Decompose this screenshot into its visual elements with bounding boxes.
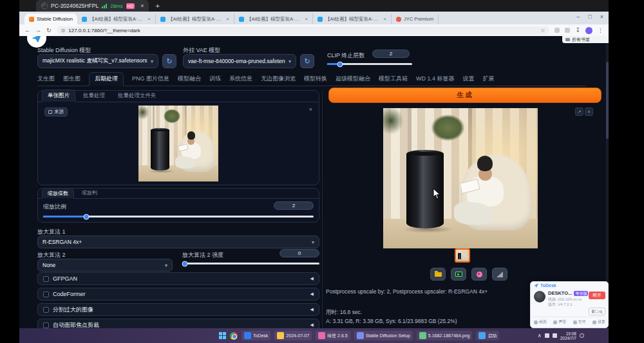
- generate-button[interactable]: 生成: [328, 88, 601, 103]
- file-option[interactable]: 文件: [573, 319, 586, 325]
- expand-result-button[interactable]: ↗: [575, 107, 583, 116]
- tab-train[interactable]: 训练: [209, 75, 221, 86]
- slider-thumb[interactable]: [182, 261, 188, 266]
- tab-close-icon[interactable]: ×: [147, 16, 151, 22]
- taskbar-item-launch[interactable]: 启动: [476, 331, 499, 340]
- checkbox[interactable]: [43, 322, 49, 328]
- tab-close-icon[interactable]: ×: [226, 16, 229, 22]
- taskbar-item-png-file[interactable]: 5.1682-1867464.png: [417, 331, 473, 340]
- bookmarks-shortcut[interactable]: 所有书签: [562, 36, 609, 43]
- collapse-icon[interactable]: ◀: [310, 276, 314, 281]
- tab-settings[interactable]: 设置: [463, 75, 475, 86]
- upscaler2-strength-value[interactable]: 0: [279, 249, 319, 257]
- taskbar-clock[interactable]: 19:08 2024/7/7: [560, 331, 576, 340]
- collapse-icon[interactable]: ◀: [310, 307, 314, 312]
- new-session-button[interactable]: +: [155, 2, 159, 10]
- chrome-taskbar-icon[interactable]: [230, 332, 238, 340]
- tab-model-convert[interactable]: 模型转换: [304, 75, 327, 86]
- site-info-icon[interactable]: ⊙: [61, 28, 66, 33]
- tab-system-info[interactable]: 系统信息: [229, 75, 252, 86]
- notification-bell-icon[interactable]: [580, 333, 584, 338]
- settings-option[interactable]: 设置: [592, 319, 605, 325]
- address-bar[interactable]: ⊙ 127.0.0.1:7860/?__theme=dark ☆: [57, 26, 550, 35]
- clip-skip-slider[interactable]: [327, 63, 412, 65]
- checkbox[interactable]: [43, 292, 49, 297]
- profile-avatar[interactable]: [585, 27, 592, 34]
- tab-checkpoint-merger[interactable]: 模型融合: [178, 75, 201, 86]
- checkbox[interactable]: [43, 307, 49, 313]
- accordion-codeformer[interactable]: CodeFormer ◀: [37, 288, 319, 301]
- source-image[interactable]: [138, 106, 218, 181]
- save-zip-button[interactable]: [471, 268, 487, 281]
- slider-thumb[interactable]: [337, 61, 343, 67]
- tab-extensions[interactable]: 扩展: [483, 75, 495, 86]
- upscaler1-select[interactable]: R-ESRGAN 4x+ ▾: [37, 236, 319, 248]
- screen-option[interactable]: 画面: [534, 319, 547, 325]
- disconnect-button[interactable]: 断开: [589, 292, 605, 299]
- tab-close-icon[interactable]: ×: [383, 16, 386, 22]
- browser-tab[interactable]: 【AI绘画】模型安装A·小图区 - 哔哩哔哩 ×: [156, 14, 234, 24]
- close-result-button[interactable]: ×: [585, 107, 593, 116]
- clear-image-icon[interactable]: ×: [309, 106, 312, 113]
- clip-skip-value[interactable]: 2: [372, 50, 410, 58]
- bookmark-star-icon[interactable]: ☆: [540, 28, 545, 33]
- tab-txt2img[interactable]: 文生图: [37, 75, 55, 86]
- close-button[interactable]: ×: [600, 14, 603, 20]
- scrollbar-thumb[interactable]: [606, 62, 609, 139]
- maximize-button[interactable]: □: [588, 14, 591, 20]
- browser-tab[interactable]: 【AI绘画】模型安装A·小图区 - 哔哩哔哩 ×: [313, 14, 392, 24]
- accordion-auto-focal-crop[interactable]: 自动面部焦点剪裁 ◀: [37, 319, 319, 328]
- windowed-mode-button[interactable]: 窗口化: [589, 308, 605, 315]
- tab-close-icon[interactable]: ×: [305, 16, 308, 22]
- subtab-batch-process[interactable]: 批量处理: [78, 90, 110, 102]
- tab-super-merger[interactable]: 超级模型融合: [336, 75, 370, 86]
- upscaler2-select[interactable]: None ▾: [37, 259, 173, 272]
- start-button[interactable]: [219, 332, 226, 339]
- back-icon[interactable]: ←: [24, 27, 30, 33]
- collapse-icon[interactable]: ◀: [310, 322, 314, 328]
- tray-icon[interactable]: [545, 333, 549, 338]
- checkbox[interactable]: [43, 276, 49, 282]
- browser-tab[interactable]: JYC Premium: [392, 14, 439, 24]
- tab-wd14-tagger[interactable]: WD 1.4 标签器: [416, 75, 455, 86]
- tab-model-toolkit[interactable]: 模型工具箱: [379, 75, 408, 86]
- upscaler2-strength-slider[interactable]: [182, 263, 319, 264]
- tab-img2img[interactable]: 图生图: [63, 75, 80, 86]
- result-thumbnail[interactable]: [455, 248, 470, 263]
- browser-tab-active[interactable]: Stable Diffusion: [24, 14, 77, 24]
- tab-png-info[interactable]: PNG 图片信息: [132, 75, 169, 86]
- browser-tab[interactable]: 【AI绘画】模型安装A·小图区 - 哔哩哔哩 ×: [234, 14, 313, 24]
- sd-model-select[interactable]: majicMIX realistic 麦橘写实_v7.safetensors […: [37, 54, 158, 68]
- refresh-sd-model-button[interactable]: ↻: [162, 54, 176, 68]
- taskbar-item-todesk[interactable]: ToDesk: [242, 331, 270, 340]
- send-to-extras-button[interactable]: [492, 268, 507, 281]
- tray-icon[interactable]: [553, 333, 557, 338]
- save-image-button[interactable]: [451, 268, 466, 281]
- vae-select[interactable]: vae-ft-mse-840000-ema-pruned.safetensors…: [183, 54, 296, 68]
- subtab-batch-from-dir[interactable]: 批量处理文件夹: [113, 90, 162, 102]
- tab-infinite-browser[interactable]: 无边图像浏览: [261, 75, 296, 86]
- forward-icon[interactable]: →: [35, 27, 41, 33]
- slider-thumb[interactable]: [84, 214, 90, 219]
- extension-icon[interactable]: [554, 28, 560, 33]
- download-icon[interactable]: ↧: [575, 27, 580, 33]
- refresh-vae-button[interactable]: ↻: [300, 54, 314, 68]
- open-folder-button[interactable]: [430, 268, 446, 281]
- taskbar-item-folder[interactable]: 2024-07-07: [274, 331, 312, 340]
- collapse-icon[interactable]: ◀: [310, 292, 314, 297]
- taskbar-item-launcher[interactable]: 绘世 2.6.5: [316, 331, 350, 340]
- source-image-dropzone[interactable]: 来源 ×: [41, 105, 316, 181]
- accordion-split-oversized[interactable]: 分割过大的图像 ◀: [37, 303, 319, 316]
- result-image[interactable]: [383, 108, 538, 248]
- remote-session-tab[interactable]: PC-20240625HFPL 28ms HD ×: [36, 0, 149, 12]
- reload-icon[interactable]: ↻: [46, 27, 52, 33]
- subtab-single-image[interactable]: 单张图片: [42, 89, 75, 102]
- browser-tab[interactable]: 【AI绘画】模型安装A·小图区 - 哔哩哔哩 ×: [77, 14, 156, 24]
- taskbar-item-sd-setup[interactable]: Stable Diffusion Setup: [354, 331, 413, 340]
- menu-icon[interactable]: ⋮: [598, 27, 603, 33]
- tab-extras[interactable]: 后期处理: [89, 72, 124, 86]
- tab-scale-by[interactable]: 缩放倍数: [42, 188, 74, 199]
- resize-slider[interactable]: [43, 216, 314, 218]
- extension-icon[interactable]: [565, 28, 570, 33]
- close-session-button[interactable]: ×: [140, 3, 144, 9]
